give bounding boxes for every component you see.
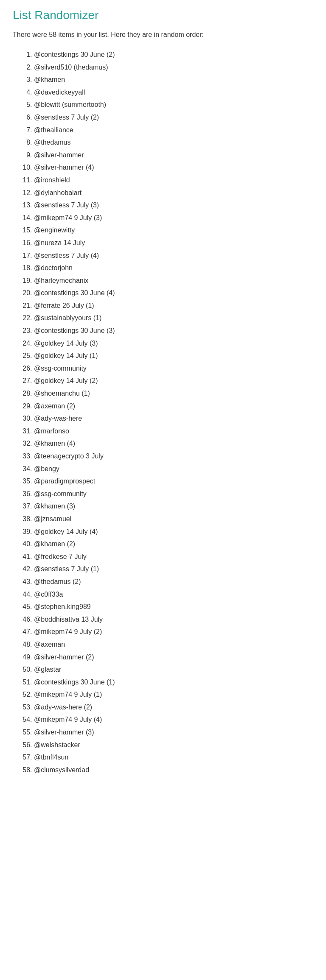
list-item: @axeman (2) xyxy=(34,400,313,413)
list-item: @enginewitty xyxy=(34,224,313,237)
list-item: @thealliance xyxy=(34,124,313,137)
list-item: @glastar xyxy=(34,663,313,676)
list-item: @boddhisattva 13 July xyxy=(34,613,313,626)
list-item: @contestkings 30 June (1) xyxy=(34,676,313,689)
list-item: @goldkey 14 July (3) xyxy=(34,337,313,350)
list-item: @ferrate 26 July (1) xyxy=(34,299,313,312)
list-item: @sustainablyyours (1) xyxy=(34,312,313,324)
list-item: @marfonso xyxy=(34,425,313,438)
list-item: @silver-hammer xyxy=(34,149,313,162)
list-item: @dylanhobalart xyxy=(34,187,313,199)
list-item: @harleymechanix xyxy=(34,274,313,287)
page-title: List Randomizer xyxy=(13,8,313,22)
list-item: @goldkey 14 July (4) xyxy=(34,525,313,538)
list-item: @khamen (2) xyxy=(34,538,313,550)
list-item: @ady-was-here xyxy=(34,412,313,425)
list-item: @senstless 7 July (1) xyxy=(34,563,313,575)
list-item: @doctorjohn xyxy=(34,262,313,274)
list-item: @ssg-community xyxy=(34,488,313,500)
list-item: @silver-hammer (3) xyxy=(34,726,313,739)
list-item: @shoemanchu (1) xyxy=(34,387,313,400)
list-item: @mikepm74 9 July (1) xyxy=(34,688,313,701)
list-item: @c0ff33a xyxy=(34,588,313,601)
list-item: @contestkings 30 June (2) xyxy=(34,48,313,61)
list-item: @goldkey 14 July (1) xyxy=(34,349,313,362)
list-item: @khamen (3) xyxy=(34,500,313,513)
list-item: @ssg-community xyxy=(34,362,313,375)
list-item: @khamen (4) xyxy=(34,437,313,450)
list-item: @axeman xyxy=(34,638,313,651)
list-item: @contestkings 30 June (4) xyxy=(34,287,313,299)
randomized-list: @contestkings 30 June (2)@silverd510 (th… xyxy=(13,48,313,776)
list-item: @contestkings 30 June (3) xyxy=(34,324,313,337)
list-item: @mikepm74 9 July (2) xyxy=(34,625,313,638)
list-item: @mikepm74 9 July (4) xyxy=(34,713,313,726)
list-item: @bengy xyxy=(34,463,313,475)
list-item: @ady-was-here (2) xyxy=(34,701,313,714)
list-item: @senstless 7 July (3) xyxy=(34,199,313,212)
list-item: @tbnfl4sun xyxy=(34,751,313,764)
list-item: @senstless 7 July (4) xyxy=(34,249,313,262)
list-item: @silver-hammer (4) xyxy=(34,161,313,174)
list-item: @stephen.king989 xyxy=(34,600,313,613)
list-item: @silverd510 (thedamus) xyxy=(34,61,313,74)
list-item: @blewitt (summertooth) xyxy=(34,98,313,111)
list-item: @paradigmprospect xyxy=(34,475,313,488)
list-item: @welshstacker xyxy=(34,739,313,751)
list-item: @ironshield xyxy=(34,174,313,187)
list-item: @clumsysilverdad xyxy=(34,764,313,776)
list-item: @thedamus xyxy=(34,136,313,149)
list-item: @nureza 14 July xyxy=(34,237,313,249)
list-item: @goldkey 14 July (2) xyxy=(34,374,313,387)
list-item: @teenagecrypto 3 July xyxy=(34,450,313,463)
list-item: @jznsamuel xyxy=(34,513,313,525)
list-item: @davedickeyyall xyxy=(34,86,313,99)
list-item: @thedamus (2) xyxy=(34,575,313,588)
list-item: @khamen xyxy=(34,73,313,86)
list-item: @silver-hammer (2) xyxy=(34,651,313,664)
list-item: @fredkese 7 July xyxy=(34,550,313,563)
description-text: There were 58 items in your list. Here t… xyxy=(13,30,313,40)
list-item: @senstless 7 July (2) xyxy=(34,111,313,124)
list-item: @mikepm74 9 July (3) xyxy=(34,212,313,224)
